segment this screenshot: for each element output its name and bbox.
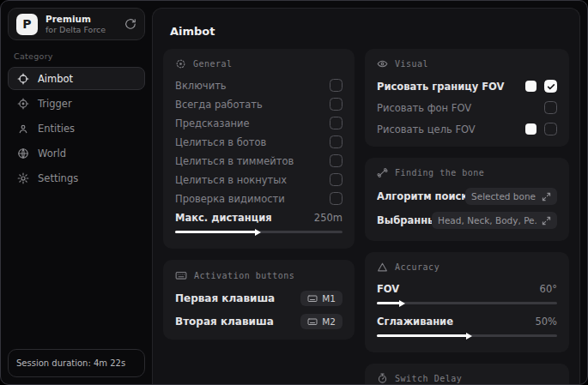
setting-row: Целиться в нокнутых xyxy=(175,173,342,186)
setting-label: Целиться в нокнутых xyxy=(175,174,330,186)
app-window: P Premium for Delta Force Category A xyxy=(0,0,588,385)
expand-icon xyxy=(542,192,551,202)
activation-card-header: Activation buttons xyxy=(175,269,342,281)
session-duration-box: Session duration: 4m 22s xyxy=(8,349,145,377)
target-teammates-checkbox[interactable] xyxy=(330,154,342,167)
slider-thumb[interactable] xyxy=(466,333,472,340)
logo-letter: P xyxy=(22,17,31,31)
sync-icon[interactable] xyxy=(124,18,136,30)
setting-label: Включить xyxy=(175,80,330,92)
second-key-label: Вторая клавиша xyxy=(175,316,300,328)
fov-border-color-swatch[interactable] xyxy=(525,81,536,92)
keyboard-icon xyxy=(307,316,318,327)
fov-slider[interactable] xyxy=(377,302,557,304)
setting-row: Макс. дистанция 250m xyxy=(175,211,342,224)
selected-bones-row: Выбранные кос Head, Neck, Body, Pe.. xyxy=(377,212,557,229)
activation-card-title: Activation buttons xyxy=(194,271,294,280)
fov-background-label: Рисовать фон FOV xyxy=(377,102,544,114)
setting-row: Включить xyxy=(175,79,342,92)
accuracy-card-header: Accuracy xyxy=(377,262,557,273)
sidebar-item-label: World xyxy=(38,147,66,159)
max-distance-slider[interactable] xyxy=(175,231,342,233)
first-key-label: Первая клавиша xyxy=(175,292,300,304)
max-distance-value: 250m xyxy=(314,212,342,224)
general-card-title: General xyxy=(193,59,233,69)
switch-delay-card: Switch Delay Задержка переключения Задер… xyxy=(365,364,569,384)
target-bots-checkbox[interactable] xyxy=(330,135,342,148)
trigger-icon xyxy=(17,98,29,110)
setting-label: Целиться в ботов xyxy=(175,136,330,148)
setting-row: Сглаживание 50% xyxy=(377,315,557,328)
sidebar-item-label: Entities xyxy=(38,123,75,135)
sidebar-item-label: Trigger xyxy=(38,98,72,110)
bone-card-header: Finding the bone xyxy=(377,167,557,178)
fov-background-checkbox[interactable] xyxy=(544,101,557,114)
sidebar-item-label: Aimbot xyxy=(38,73,73,85)
slider-thumb[interactable] xyxy=(255,229,261,236)
smoothing-value: 50% xyxy=(535,316,557,328)
selected-bones-label: Выбранные кос xyxy=(377,214,432,226)
fov-border-checkbox[interactable] xyxy=(544,80,557,93)
enable-checkbox[interactable] xyxy=(330,79,342,92)
target-knocked-checkbox[interactable] xyxy=(330,173,342,186)
setting-row: Целиться в ботов xyxy=(175,135,342,148)
general-card-header: General xyxy=(175,58,342,69)
globe-icon xyxy=(17,147,29,159)
setting-row: FOV 60° xyxy=(377,282,557,295)
setting-label: Проверка видимости xyxy=(175,193,330,205)
fov-value: 60° xyxy=(540,283,557,295)
accuracy-card: Accuracy FOV 60° Сглаживание xyxy=(365,252,569,352)
slider-thumb[interactable] xyxy=(399,300,405,307)
bone-icon xyxy=(377,167,388,178)
page-title: Aimbot xyxy=(170,25,569,38)
second-key-value: M2 xyxy=(322,316,336,327)
visual-card-title: Visual xyxy=(395,59,428,69)
activation-buttons-card: Activation buttons Первая клавиша M1 xyxy=(163,260,355,340)
keyboard-icon xyxy=(175,269,187,281)
fov-label: FOV xyxy=(377,283,540,295)
session-duration-text: Session duration: 4m 22s xyxy=(16,358,125,368)
prediction-checkbox[interactable] xyxy=(330,117,342,129)
finding-bone-card: Finding the bone Алгоритм поиска кост Se… xyxy=(365,158,569,241)
switch-delay-card-header: Switch Delay xyxy=(377,373,557,384)
brand-title: Premium xyxy=(45,14,117,24)
selected-bones-value: Head, Neck, Body, Pe.. xyxy=(438,215,536,226)
keybind-row: Первая клавиша M1 xyxy=(175,291,342,306)
first-key-button[interactable]: M1 xyxy=(300,291,342,306)
crosshair-icon xyxy=(17,73,29,85)
setting-row: Целиться в тиммейтов xyxy=(175,154,342,167)
sidebar-item-aimbot[interactable]: Aimbot xyxy=(8,67,145,90)
visibility-check-checkbox[interactable] xyxy=(330,192,342,205)
bone-algorithm-value: Selected bone xyxy=(471,191,536,202)
sidebar-item-trigger[interactable]: Trigger xyxy=(8,92,145,115)
app-logo: P xyxy=(16,14,38,35)
accuracy-card-title: Accuracy xyxy=(395,262,439,272)
smoothing-slider-group: Сглаживание 50% xyxy=(377,315,557,337)
fov-target-color-swatch[interactable] xyxy=(525,123,536,135)
expand-icon xyxy=(542,216,551,226)
setting-row: Предсказание xyxy=(175,117,342,129)
fov-target-checkbox[interactable] xyxy=(544,123,557,135)
sidebar-nav: Aimbot Trigger Entities xyxy=(8,67,145,189)
setting-row: Проверка видимости xyxy=(175,192,342,205)
sidebar-item-settings[interactable]: Settings xyxy=(8,166,145,189)
setting-label: Целиться в тиммейтов xyxy=(175,155,330,167)
switch-delay-card-title: Switch Delay xyxy=(395,374,462,383)
sidebar-item-entities[interactable]: Entities xyxy=(8,117,145,140)
bone-algorithm-dropdown[interactable]: Selected bone xyxy=(465,188,557,205)
first-key-value: M1 xyxy=(322,293,336,304)
visual-card: Visual Рисовать границу FOV Рисовать фон… xyxy=(365,49,569,147)
category-label: Category xyxy=(14,51,145,61)
setting-label: Всегда работать xyxy=(175,99,330,111)
second-key-button[interactable]: M2 xyxy=(300,314,342,329)
bone-algorithm-label: Алгоритм поиска кост xyxy=(377,190,465,202)
brand-card: P Premium for Delta Force xyxy=(8,8,145,40)
sidebar: P Premium for Delta Force Category A xyxy=(1,1,152,384)
smoothing-slider[interactable] xyxy=(377,334,557,337)
always-work-checkbox[interactable] xyxy=(330,98,342,111)
eye-icon xyxy=(377,58,388,69)
sidebar-item-world[interactable]: World xyxy=(8,141,145,165)
selected-bones-dropdown[interactable]: Head, Neck, Body, Pe.. xyxy=(432,212,557,229)
brand-subtitle: for Delta Force xyxy=(45,25,117,34)
max-distance-label: Макс. дистанция xyxy=(175,212,314,224)
